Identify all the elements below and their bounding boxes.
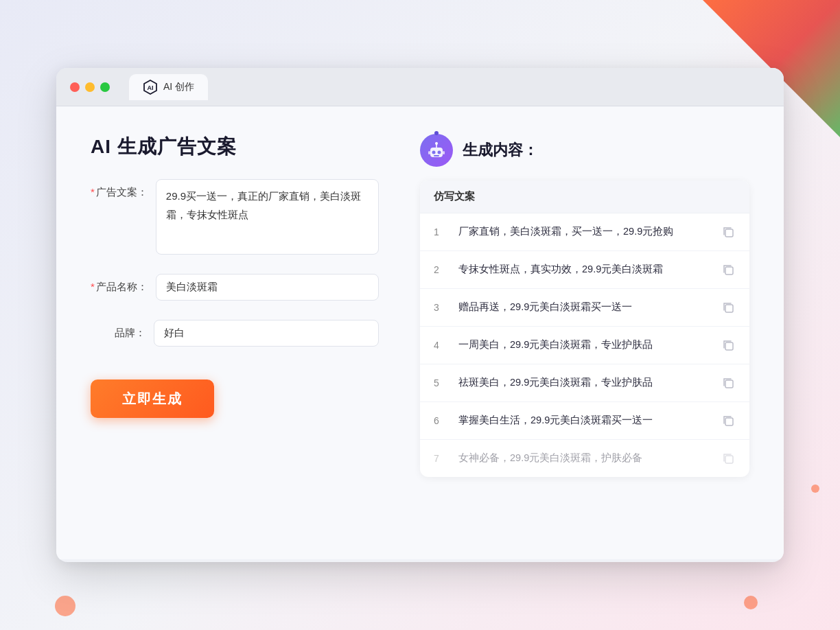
results-list: 1 厂家直销，美白淡斑霜，买一送一，29.9元抢购 2 专抹女性斑点，真实功效，… bbox=[420, 213, 749, 477]
page-title: AI 生成广告文案 bbox=[91, 134, 379, 160]
form-group-product-name: *产品名称： bbox=[91, 274, 379, 301]
svg-rect-13 bbox=[725, 342, 733, 350]
tab-bar: AI AI 创作 bbox=[129, 74, 208, 100]
copy-icon[interactable] bbox=[721, 375, 736, 390]
result-row: 3 赠品再送，29.9元美白淡斑霜买一送一 bbox=[420, 289, 749, 327]
traffic-light-minimize[interactable] bbox=[85, 82, 95, 92]
svg-rect-10 bbox=[725, 229, 733, 237]
result-row: 5 祛斑美白，29.9元美白淡斑霜，专业护肤品 bbox=[420, 364, 749, 402]
traffic-light-maximize[interactable] bbox=[100, 82, 110, 92]
result-row: 7 女神必备，29.9元美白淡斑霜，护肤必备 bbox=[420, 440, 749, 477]
browser-chrome: AI AI 创作 bbox=[56, 68, 784, 106]
brand-input[interactable] bbox=[154, 320, 379, 347]
bg-decoration-bottom-right bbox=[744, 596, 758, 609]
copy-icon[interactable] bbox=[721, 300, 736, 315]
row-number: 1 bbox=[434, 226, 447, 237]
svg-rect-16 bbox=[725, 456, 733, 463]
svg-rect-14 bbox=[725, 380, 733, 388]
svg-rect-12 bbox=[725, 305, 733, 312]
row-number: 4 bbox=[434, 340, 447, 351]
robot-icon bbox=[420, 134, 453, 167]
result-row: 2 专抹女性斑点，真实功效，29.9元美白淡斑霜 bbox=[420, 251, 749, 289]
right-panel: 生成内容： 仿写文案 1 厂家直销，美白淡斑霜，买一送一，29.9元抢购 2 专… bbox=[420, 134, 749, 532]
svg-rect-5 bbox=[434, 155, 439, 156]
result-row: 1 厂家直销，美白淡斑霜，买一送一，29.9元抢购 bbox=[420, 213, 749, 251]
row-number: 2 bbox=[434, 264, 447, 275]
ad-copy-input[interactable]: 29.9买一送一，真正的厂家直销，美白淡斑霜，专抹女性斑点 bbox=[156, 179, 379, 255]
row-text: 赠品再送，29.9元美白淡斑霜买一送一 bbox=[458, 300, 710, 315]
browser-content: AI 生成广告文案 *广告文案： 29.9买一送一，真正的厂家直销，美白淡斑霜，… bbox=[56, 106, 784, 559]
form-group-brand: 品牌： bbox=[91, 320, 379, 347]
results-header: 仿写文案 bbox=[420, 180, 749, 213]
traffic-lights bbox=[70, 82, 110, 92]
row-text: 女神必备，29.9元美白淡斑霜，护肤必备 bbox=[458, 451, 710, 466]
svg-point-3 bbox=[432, 151, 436, 154]
form-group-ad-copy: *广告文案： 29.9买一送一，真正的厂家直销，美白淡斑霜，专抹女性斑点 bbox=[91, 179, 379, 255]
copy-icon[interactable] bbox=[721, 224, 736, 240]
result-row: 6 掌握美白生活，29.9元美白淡斑霜买一送一 bbox=[420, 402, 749, 440]
svg-point-7 bbox=[435, 142, 438, 145]
bg-decoration-bottom-left bbox=[55, 596, 75, 616]
ai-tab-icon: AI bbox=[143, 80, 158, 95]
svg-rect-8 bbox=[428, 151, 430, 154]
tab-label: AI 创作 bbox=[163, 81, 194, 93]
required-star-product: * bbox=[91, 281, 95, 292]
product-name-input[interactable] bbox=[156, 274, 379, 301]
brand-label: 品牌： bbox=[91, 320, 145, 340]
svg-rect-9 bbox=[443, 151, 445, 154]
svg-text:AI: AI bbox=[148, 84, 154, 91]
row-number: 3 bbox=[434, 302, 447, 313]
right-title: 生成内容： bbox=[463, 140, 538, 161]
left-panel: AI 生成广告文案 *广告文案： 29.9买一送一，真正的厂家直销，美白淡斑霜，… bbox=[91, 134, 379, 532]
product-name-label: *产品名称： bbox=[91, 274, 148, 294]
right-header: 生成内容： bbox=[420, 134, 749, 167]
results-table: 仿写文案 1 厂家直销，美白淡斑霜，买一送一，29.9元抢购 2 专抹女性斑点，… bbox=[420, 180, 749, 477]
row-text: 一周美白，29.9元美白淡斑霜，专业护肤品 bbox=[458, 338, 710, 353]
generate-button[interactable]: 立即生成 bbox=[91, 380, 214, 418]
copy-icon[interactable] bbox=[721, 338, 736, 353]
result-row: 4 一周美白，29.9元美白淡斑霜，专业护肤品 bbox=[420, 327, 749, 364]
tab-ai-creation[interactable]: AI AI 创作 bbox=[129, 74, 208, 100]
svg-rect-15 bbox=[725, 418, 733, 425]
row-number: 6 bbox=[434, 415, 447, 426]
browser-window: AI AI 创作 AI 生成广告文案 *广告文案： 29.9买一送一，真正的厂家… bbox=[56, 68, 784, 562]
ad-copy-label: *广告文案： bbox=[91, 179, 148, 199]
copy-icon[interactable] bbox=[721, 262, 736, 277]
row-number: 7 bbox=[434, 453, 447, 464]
row-number: 5 bbox=[434, 377, 447, 388]
row-text: 祛斑美白，29.9元美白淡斑霜，专业护肤品 bbox=[458, 375, 710, 390]
required-star-ad-copy: * bbox=[91, 186, 95, 198]
copy-icon[interactable] bbox=[721, 413, 736, 428]
copy-icon[interactable] bbox=[721, 451, 736, 466]
traffic-light-close[interactable] bbox=[70, 82, 80, 92]
row-text: 厂家直销，美白淡斑霜，买一送一，29.9元抢购 bbox=[458, 224, 710, 240]
svg-point-4 bbox=[438, 151, 441, 154]
robot-svg bbox=[427, 141, 446, 160]
svg-rect-11 bbox=[725, 267, 733, 275]
bg-decoration-mid-right bbox=[811, 485, 819, 493]
row-text: 专抹女性斑点，真实功效，29.9元美白淡斑霜 bbox=[458, 262, 710, 277]
row-text: 掌握美白生活，29.9元美白淡斑霜买一送一 bbox=[458, 413, 710, 428]
